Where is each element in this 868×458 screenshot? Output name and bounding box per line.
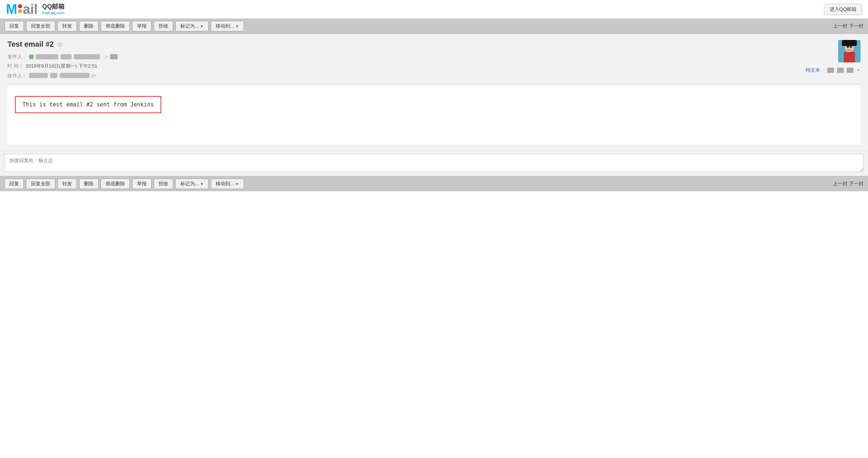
recipient-row: 收件人： |> bbox=[7, 71, 806, 80]
bottom-reject-button[interactable]: 拒收 bbox=[154, 179, 173, 189]
svg-rect-2 bbox=[844, 52, 855, 62]
bottom-reply-button[interactable]: 回复 bbox=[4, 179, 24, 189]
reply-button[interactable]: 回复 bbox=[4, 21, 24, 31]
sender-more: ..> bbox=[102, 52, 108, 61]
bottom-forward-button[interactable]: 转发 bbox=[57, 179, 77, 189]
view-icon-2[interactable] bbox=[837, 68, 844, 73]
time-label: 时 间： bbox=[7, 62, 24, 70]
delete-all-button[interactable]: 彻底删除 bbox=[101, 21, 130, 31]
reject-button[interactable]: 拒收 bbox=[154, 21, 173, 31]
avatar bbox=[838, 40, 861, 62]
move-dropdown-arrow: ▼ bbox=[235, 24, 239, 28]
email-body-text: This is test email #2 sent from Jenkins bbox=[22, 101, 154, 108]
view-icon-1[interactable] bbox=[827, 68, 834, 73]
enter-qq-button[interactable]: 进入QQ邮箱 bbox=[824, 4, 862, 15]
email-subject-row: Test email #2 ☆ bbox=[7, 40, 806, 49]
logo-ail-letters: ail bbox=[23, 3, 38, 16]
logo-sub-text: mail.qq.com bbox=[42, 10, 65, 15]
logo-dot-orange bbox=[18, 9, 22, 13]
svg-rect-5 bbox=[842, 40, 857, 46]
bottom-toolbar: 回复 回复全部 转发 删除 彻底删除 举报 拒收 标记为... ▼ 移动到...… bbox=[0, 176, 868, 191]
email-actions-right: 纯文本 | ▼ bbox=[806, 67, 861, 74]
star-icon[interactable]: ☆ bbox=[57, 40, 63, 49]
logo-m-letter: M bbox=[6, 3, 17, 16]
email-content-box: This is test email #2 sent from Jenkins bbox=[15, 96, 161, 113]
email-header-right: 纯文本 | ▼ bbox=[806, 40, 861, 74]
email-header: Test email #2 ☆ 发件人： ..> 时 间： 2019年9月1 bbox=[7, 40, 861, 84]
recipient-part2-blur bbox=[50, 73, 57, 78]
time-value: 2019年9月16日(星期一) 下午2:51 bbox=[26, 62, 97, 70]
sender-name-blur bbox=[36, 54, 58, 59]
email-body: This is test email #2 sent from Jenkins bbox=[7, 85, 861, 145]
sender-row: 发件人： ..> bbox=[7, 52, 806, 61]
reply-all-button[interactable]: 回复全部 bbox=[26, 21, 55, 31]
top-toolbar: 回复 回复全部 转发 删除 彻底删除 举报 拒收 标记为... ▼ 移动到...… bbox=[0, 19, 868, 34]
email-view: Test email #2 ☆ 发件人： ..> 时 间： 2019年9月1 bbox=[0, 34, 868, 151]
bottom-report-button[interactable]: 举报 bbox=[132, 179, 152, 189]
logo: M ail QQ邮箱 mail.qq.com bbox=[6, 3, 65, 16]
forward-button[interactable]: 转发 bbox=[57, 21, 77, 31]
quick-reply-area bbox=[0, 151, 868, 176]
bottom-prev-link[interactable]: 上一封 bbox=[833, 181, 847, 186]
avatar-image bbox=[838, 40, 861, 62]
recipient-label: 收件人： bbox=[7, 71, 27, 80]
bottom-delete-all-button[interactable]: 彻底删除 bbox=[101, 179, 130, 189]
sender-label: 发件人： bbox=[7, 52, 27, 61]
delete-button[interactable]: 删除 bbox=[79, 21, 99, 31]
time-row: 时 间： 2019年9月16日(星期一) 下午2:51 bbox=[7, 62, 806, 70]
prev-email-link[interactable]: 上一封 bbox=[833, 23, 847, 29]
mark-button[interactable]: 标记为... ▼ bbox=[175, 21, 209, 31]
bottom-reply-all-button[interactable]: 回复全部 bbox=[26, 179, 55, 189]
sender-status-dot bbox=[29, 55, 34, 59]
recipient-email-blur bbox=[60, 73, 90, 78]
bottom-nav: 上一封 下一封 bbox=[833, 180, 864, 187]
next-email-link[interactable]: 下一封 bbox=[849, 23, 864, 29]
recipient-more: |> bbox=[92, 71, 96, 80]
logo-dot-red bbox=[18, 4, 22, 8]
bottom-mark-arrow: ▼ bbox=[200, 182, 204, 186]
quick-reply-input[interactable] bbox=[4, 154, 864, 172]
recipient-name-blur bbox=[29, 73, 48, 78]
bottom-toolbar-left: 回复 回复全部 转发 删除 彻底删除 举报 拒收 标记为... ▼ 移动到...… bbox=[4, 179, 244, 189]
bottom-mark-label: 标记为... bbox=[180, 180, 199, 187]
mark-dropdown-arrow: ▼ bbox=[200, 24, 204, 28]
print-icon[interactable] bbox=[847, 68, 853, 73]
bottom-move-arrow: ▼ bbox=[235, 182, 239, 186]
bottom-next-link[interactable]: 下一封 bbox=[849, 181, 864, 186]
more-options-icon[interactable]: ▼ bbox=[856, 68, 861, 72]
move-button[interactable]: 移动到... ▼ bbox=[211, 21, 244, 31]
logo-qq-text: QQ邮箱 bbox=[42, 3, 65, 10]
email-meta: 发件人： ..> 时 间： 2019年9月16日(星期一) 下午2:51 收件人… bbox=[7, 52, 806, 80]
report-button[interactable]: 举报 bbox=[132, 21, 152, 31]
sender-email-blur bbox=[74, 54, 100, 59]
bottom-delete-button[interactable]: 删除 bbox=[79, 179, 99, 189]
move-label: 移动到... bbox=[216, 23, 234, 30]
avatar-inner bbox=[838, 40, 861, 62]
bottom-move-button[interactable]: 移动到... ▼ bbox=[211, 179, 244, 189]
plain-text-link[interactable]: 纯文本 bbox=[806, 67, 820, 74]
email-header-left: Test email #2 ☆ 发件人： ..> 时 间： 2019年9月1 bbox=[7, 40, 806, 81]
email-subject-text: Test email #2 bbox=[7, 40, 54, 49]
bottom-move-label: 移动到... bbox=[216, 180, 234, 187]
sender-part2-blur bbox=[60, 54, 72, 59]
sender-icon bbox=[110, 54, 118, 59]
header: M ail QQ邮箱 mail.qq.com 进入QQ邮箱 bbox=[0, 0, 868, 19]
bottom-mark-button[interactable]: 标记为... ▼ bbox=[175, 179, 209, 189]
toolbar-nav: 上一封 下一封 bbox=[833, 23, 864, 30]
mark-label: 标记为... bbox=[180, 23, 199, 30]
toolbar-left-buttons: 回复 回复全部 转发 删除 彻底删除 举报 拒收 标记为... ▼ 移动到...… bbox=[4, 21, 244, 31]
